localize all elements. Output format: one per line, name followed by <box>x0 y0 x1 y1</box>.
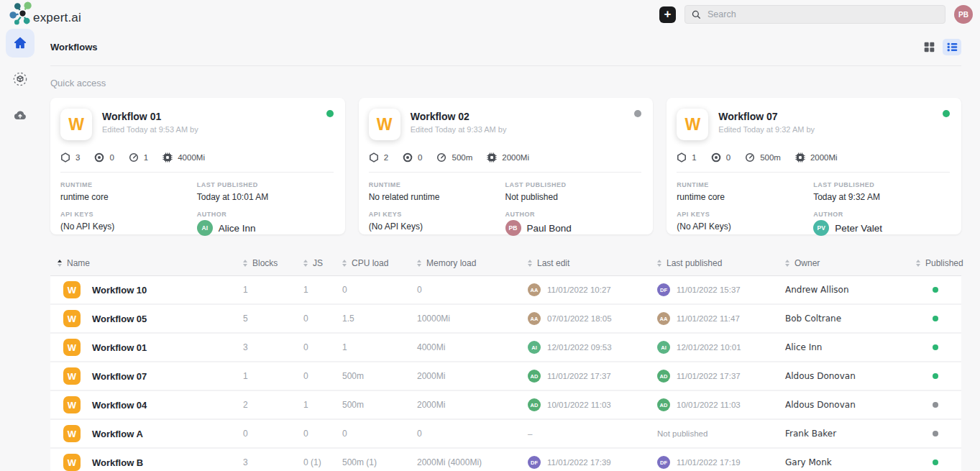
api-keys-value: (No API Keys) <box>677 221 813 232</box>
memory-value: 4000Mi <box>178 153 205 162</box>
memory-value: 2000Mi <box>810 153 838 162</box>
cell-cpu-load: 500m (1) <box>342 457 417 467</box>
cell-last-edit: AI12/01/2022 09:53 <box>528 341 657 354</box>
cell-name: Workflow 10 <box>92 285 147 296</box>
cell-last-edit: – <box>528 429 657 438</box>
table-row[interactable]: WWorkflow B 3 0 (1) 500m (1) 2000Mi (400… <box>50 449 961 471</box>
workflow-card-subtitle: Edited Today at 9:53 AM by <box>102 125 198 134</box>
cell-owner: Aldous Donovan <box>785 400 916 410</box>
user-avatar[interactable]: PB <box>954 5 973 24</box>
js-count: 0 <box>109 153 114 162</box>
column-header-last-published[interactable]: Last published <box>657 258 785 268</box>
plus-icon: + <box>664 8 672 20</box>
publisher-avatar: DF <box>657 283 670 296</box>
cell-owner: Bob Coltrane <box>785 314 916 324</box>
workflow-card[interactable]: W Workflow 02 Edited Today at 9:33 AM by… <box>359 98 654 234</box>
sidebar-item-models[interactable] <box>6 65 35 93</box>
cell-last-edit: DF11/01/2022 17:39 <box>528 456 657 469</box>
column-header-owner[interactable]: Owner <box>785 258 916 268</box>
cell-js: 0 <box>303 314 342 324</box>
cpu-value: 1 <box>144 153 148 162</box>
cell-last-published: DF11/01/2022 17:19 <box>657 456 785 469</box>
cell-last-edit: AD11/01/2022 17:37 <box>528 370 657 383</box>
js-icon <box>403 152 413 163</box>
cell-owner: Andrew Allison <box>785 285 916 295</box>
column-header-cpu-load[interactable]: CPU load <box>342 258 417 268</box>
api-keys-value: (No API Keys) <box>60 221 197 232</box>
cell-published <box>916 287 961 293</box>
search-bar[interactable] <box>684 5 945 24</box>
status-dot <box>634 110 641 117</box>
list-view-button[interactable] <box>943 39 961 55</box>
add-button[interactable]: + <box>659 6 676 23</box>
brand-logo[interactable]: expert.ai <box>7 1 81 28</box>
published-dot <box>933 316 938 321</box>
cell-name: Workflow 07 <box>92 371 147 382</box>
column-header-js[interactable]: JS <box>303 258 342 268</box>
cell-published <box>916 316 961 321</box>
column-header-name[interactable]: Name <box>50 258 243 268</box>
cell-memory-load: 2000Mi <box>417 371 528 381</box>
cell-last-published: AA11/01/2022 11:47 <box>657 312 785 325</box>
column-header-last-edit[interactable]: Last edit <box>528 258 657 268</box>
cell-last-edit: AA11/01/2022 10:27 <box>528 283 657 296</box>
table-row[interactable]: WWorkflow 05 5 0 1.5 10000Mi AA07/01/202… <box>50 305 961 334</box>
js-icon <box>94 152 104 163</box>
column-header-blocks[interactable]: Blocks <box>243 258 303 268</box>
author-label: AUTHOR <box>197 211 334 218</box>
table-row[interactable]: WWorkflow 01 3 0 1 4000Mi AI12/01/2022 0… <box>50 334 961 362</box>
brand-name: expert.ai <box>33 11 81 25</box>
workflow-icon: W <box>63 425 81 442</box>
page-header: Workflows <box>50 39 961 66</box>
workflow-card[interactable]: W Workflow 01 Edited Today at 9:53 AM by… <box>50 98 345 234</box>
table-row[interactable]: WWorkflow 07 1 0 500m 2000Mi AD11/01/202… <box>50 362 961 391</box>
cell-owner: Aldous Donovan <box>785 371 916 381</box>
column-header-memory-load[interactable]: Memory load <box>417 258 528 268</box>
runtime-label: RUNTIME <box>60 181 197 188</box>
search-input[interactable] <box>707 9 939 19</box>
cell-last-published: AD11/01/2022 17:37 <box>657 370 785 383</box>
cell-last-edit: AA07/01/2022 18:05 <box>528 312 657 325</box>
publisher-avatar: AD <box>657 370 670 383</box>
runtime-label: RUNTIME <box>369 181 505 188</box>
cell-published <box>916 373 961 379</box>
workflow-icon: W <box>63 367 81 385</box>
sidebar-item-home[interactable] <box>6 29 35 58</box>
workflow-card-title: Workflow 02 <box>411 111 507 122</box>
table-row[interactable]: WWorkflow 10 1 1 0 0 AA11/01/2022 10:27 … <box>50 276 961 305</box>
last-published-label: LAST PUBLISHED <box>505 181 642 188</box>
workflow-card-title: Workflow 01 <box>102 111 198 122</box>
quick-access-cards: W Workflow 01 Edited Today at 9:53 AM by… <box>50 98 961 234</box>
cell-owner: Alice Inn <box>785 342 916 352</box>
cell-js: 0 <box>303 429 342 439</box>
cell-last-published: AD10/01/2022 11:03 <box>657 398 785 411</box>
publisher-avatar: DF <box>657 456 670 469</box>
api-keys-label: API KEYS <box>369 211 505 218</box>
cell-js: 0 (1) <box>303 457 342 467</box>
editor-avatar: AA <box>528 312 541 325</box>
cpu-icon <box>745 152 755 163</box>
cell-owner: Gary Monk <box>785 457 916 467</box>
workflow-card-title: Workflow 07 <box>718 111 815 122</box>
blocks-count: 3 <box>75 153 80 162</box>
editor-avatar: AD <box>528 398 541 411</box>
cell-blocks: 5 <box>243 314 303 324</box>
publisher-avatar: AI <box>657 341 670 354</box>
table-row[interactable]: WWorkflow 04 2 1 500m 2000Mi AD10/01/202… <box>50 391 961 420</box>
memory-chip-icon <box>795 152 805 163</box>
page-title: Workflows <box>50 42 98 52</box>
cell-name: Workflow B <box>92 457 143 468</box>
column-header-published[interactable]: Published <box>916 258 980 268</box>
sidebar <box>0 29 40 471</box>
workflow-card[interactable]: W Workflow 07 Edited Today at 9:32 AM by… <box>667 98 961 234</box>
table-row[interactable]: WWorkflow A 0 0 0 0 – Not published Fran… <box>50 420 961 449</box>
blocks-count: 1 <box>692 153 696 162</box>
blocks-count: 2 <box>384 153 388 162</box>
author-name: Alice Inn <box>219 223 256 234</box>
cell-cpu-load: 500m <box>342 400 417 410</box>
grid-view-button[interactable] <box>920 39 938 55</box>
editor-avatar: AA <box>528 283 541 296</box>
cube-icon <box>13 72 27 86</box>
sidebar-item-deployments[interactable] <box>6 101 35 129</box>
published-dot <box>933 402 938 408</box>
